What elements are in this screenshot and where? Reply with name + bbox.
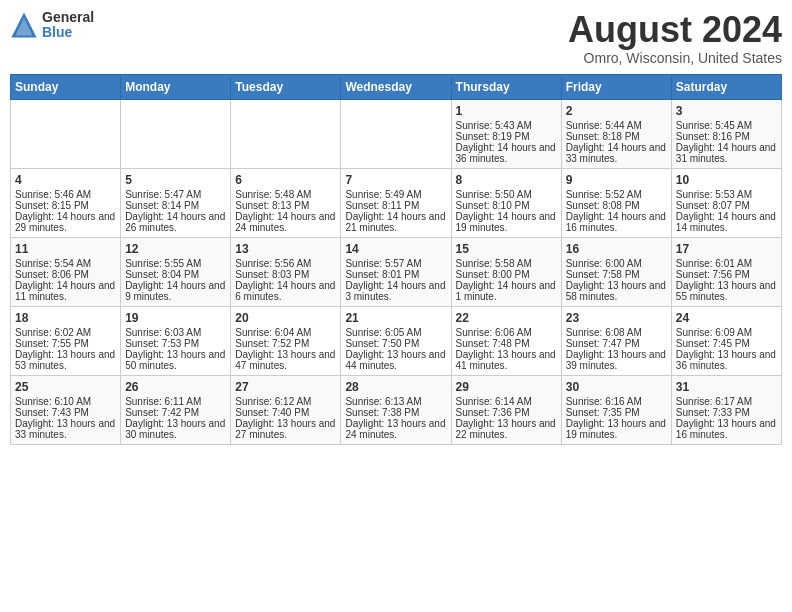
day-info: Sunrise: 5:47 AM — [125, 189, 226, 200]
day-number: 13 — [235, 242, 336, 256]
day-info: Daylight: 13 hours and 30 minutes. — [125, 418, 226, 440]
day-info: Sunrise: 5:46 AM — [15, 189, 116, 200]
day-info: Sunrise: 6:14 AM — [456, 396, 557, 407]
day-number: 22 — [456, 311, 557, 325]
day-info: Sunset: 8:03 PM — [235, 269, 336, 280]
day-info: Sunset: 7:47 PM — [566, 338, 667, 349]
calendar-week-row: 11Sunrise: 5:54 AMSunset: 8:06 PMDayligh… — [11, 237, 782, 306]
day-info: Sunrise: 6:09 AM — [676, 327, 777, 338]
day-number: 29 — [456, 380, 557, 394]
day-info: Sunrise: 6:04 AM — [235, 327, 336, 338]
day-number: 6 — [235, 173, 336, 187]
day-number: 27 — [235, 380, 336, 394]
calendar-cell: 6Sunrise: 5:48 AMSunset: 8:13 PMDaylight… — [231, 168, 341, 237]
day-info: Daylight: 14 hours and 9 minutes. — [125, 280, 226, 302]
day-info: Sunset: 7:35 PM — [566, 407, 667, 418]
weekday-header-wednesday: Wednesday — [341, 74, 451, 99]
day-info: Sunset: 8:16 PM — [676, 131, 777, 142]
day-number: 28 — [345, 380, 446, 394]
location: Omro, Wisconsin, United States — [568, 50, 782, 66]
day-info: Sunset: 8:01 PM — [345, 269, 446, 280]
calendar-cell — [121, 99, 231, 168]
day-info: Sunset: 8:08 PM — [566, 200, 667, 211]
calendar-cell: 24Sunrise: 6:09 AMSunset: 7:45 PMDayligh… — [671, 306, 781, 375]
day-info: Daylight: 14 hours and 19 minutes. — [456, 211, 557, 233]
calendar-cell — [11, 99, 121, 168]
day-number: 11 — [15, 242, 116, 256]
day-info: Daylight: 14 hours and 33 minutes. — [566, 142, 667, 164]
day-number: 19 — [125, 311, 226, 325]
day-info: Sunset: 8:13 PM — [235, 200, 336, 211]
day-info: Daylight: 13 hours and 50 minutes. — [125, 349, 226, 371]
logo-general: General — [42, 10, 94, 25]
day-info: Sunrise: 5:45 AM — [676, 120, 777, 131]
calendar-cell: 17Sunrise: 6:01 AMSunset: 7:56 PMDayligh… — [671, 237, 781, 306]
day-info: Sunrise: 5:43 AM — [456, 120, 557, 131]
calendar-cell: 30Sunrise: 6:16 AMSunset: 7:35 PMDayligh… — [561, 375, 671, 444]
calendar-cell: 20Sunrise: 6:04 AMSunset: 7:52 PMDayligh… — [231, 306, 341, 375]
logo: General Blue — [10, 10, 94, 41]
day-info: Sunset: 7:55 PM — [15, 338, 116, 349]
calendar-cell: 7Sunrise: 5:49 AMSunset: 8:11 PMDaylight… — [341, 168, 451, 237]
day-info: Sunset: 8:14 PM — [125, 200, 226, 211]
weekday-header-monday: Monday — [121, 74, 231, 99]
day-info: Daylight: 14 hours and 16 minutes. — [566, 211, 667, 233]
day-info: Sunset: 8:10 PM — [456, 200, 557, 211]
day-info: Daylight: 14 hours and 11 minutes. — [15, 280, 116, 302]
day-info: Sunrise: 6:08 AM — [566, 327, 667, 338]
calendar-cell — [341, 99, 451, 168]
day-info: Sunrise: 5:58 AM — [456, 258, 557, 269]
day-info: Daylight: 13 hours and 39 minutes. — [566, 349, 667, 371]
day-info: Daylight: 14 hours and 31 minutes. — [676, 142, 777, 164]
day-info: Sunrise: 6:06 AM — [456, 327, 557, 338]
weekday-header-sunday: Sunday — [11, 74, 121, 99]
day-info: Sunrise: 5:54 AM — [15, 258, 116, 269]
page-header: General Blue August 2024 Omro, Wisconsin… — [10, 10, 782, 66]
day-info: Sunset: 8:15 PM — [15, 200, 116, 211]
day-number: 25 — [15, 380, 116, 394]
weekday-header-row: SundayMondayTuesdayWednesdayThursdayFrid… — [11, 74, 782, 99]
day-number: 17 — [676, 242, 777, 256]
day-info: Sunset: 8:04 PM — [125, 269, 226, 280]
day-info: Daylight: 13 hours and 27 minutes. — [235, 418, 336, 440]
day-info: Sunset: 7:38 PM — [345, 407, 446, 418]
day-number: 7 — [345, 173, 446, 187]
calendar-cell: 4Sunrise: 5:46 AMSunset: 8:15 PMDaylight… — [11, 168, 121, 237]
logo-text: General Blue — [42, 10, 94, 41]
day-info: Sunset: 7:52 PM — [235, 338, 336, 349]
calendar-table: SundayMondayTuesdayWednesdayThursdayFrid… — [10, 74, 782, 445]
day-number: 14 — [345, 242, 446, 256]
day-info: Sunset: 7:43 PM — [15, 407, 116, 418]
day-info: Daylight: 14 hours and 1 minute. — [456, 280, 557, 302]
day-number: 24 — [676, 311, 777, 325]
calendar-cell: 19Sunrise: 6:03 AMSunset: 7:53 PMDayligh… — [121, 306, 231, 375]
day-number: 20 — [235, 311, 336, 325]
calendar-cell: 10Sunrise: 5:53 AMSunset: 8:07 PMDayligh… — [671, 168, 781, 237]
day-info: Daylight: 14 hours and 21 minutes. — [345, 211, 446, 233]
calendar-week-row: 18Sunrise: 6:02 AMSunset: 7:55 PMDayligh… — [11, 306, 782, 375]
logo-icon — [10, 11, 38, 39]
day-info: Daylight: 14 hours and 3 minutes. — [345, 280, 446, 302]
calendar-cell: 8Sunrise: 5:50 AMSunset: 8:10 PMDaylight… — [451, 168, 561, 237]
day-info: Daylight: 13 hours and 22 minutes. — [456, 418, 557, 440]
day-info: Daylight: 14 hours and 29 minutes. — [15, 211, 116, 233]
day-number: 8 — [456, 173, 557, 187]
day-info: Sunset: 8:19 PM — [456, 131, 557, 142]
calendar-cell: 22Sunrise: 6:06 AMSunset: 7:48 PMDayligh… — [451, 306, 561, 375]
calendar-cell: 28Sunrise: 6:13 AMSunset: 7:38 PMDayligh… — [341, 375, 451, 444]
day-info: Daylight: 14 hours and 6 minutes. — [235, 280, 336, 302]
calendar-cell: 15Sunrise: 5:58 AMSunset: 8:00 PMDayligh… — [451, 237, 561, 306]
day-info: Sunrise: 6:05 AM — [345, 327, 446, 338]
day-number: 2 — [566, 104, 667, 118]
day-number: 26 — [125, 380, 226, 394]
day-number: 1 — [456, 104, 557, 118]
day-info: Sunrise: 6:11 AM — [125, 396, 226, 407]
calendar-week-row: 4Sunrise: 5:46 AMSunset: 8:15 PMDaylight… — [11, 168, 782, 237]
calendar-week-row: 25Sunrise: 6:10 AMSunset: 7:43 PMDayligh… — [11, 375, 782, 444]
day-info: Sunrise: 5:55 AM — [125, 258, 226, 269]
day-info: Sunset: 8:18 PM — [566, 131, 667, 142]
day-info: Sunrise: 5:52 AM — [566, 189, 667, 200]
weekday-header-saturday: Saturday — [671, 74, 781, 99]
day-info: Sunrise: 6:03 AM — [125, 327, 226, 338]
day-number: 10 — [676, 173, 777, 187]
